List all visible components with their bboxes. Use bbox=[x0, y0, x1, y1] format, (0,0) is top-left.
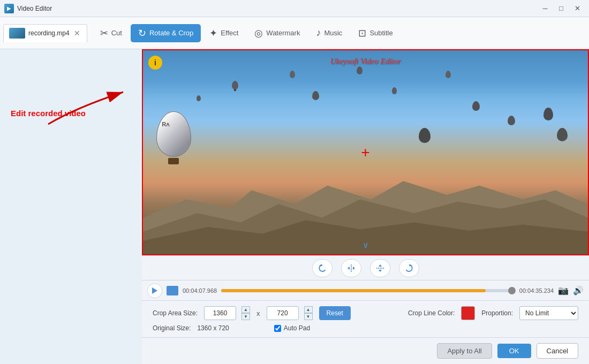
window-controls: ─ □ ✕ bbox=[538, 3, 585, 14]
rotate-left-button[interactable] bbox=[312, 259, 333, 277]
height-up-button[interactable]: ▲ bbox=[304, 306, 313, 313]
balloon-2 bbox=[290, 71, 295, 78]
tab-subtitle-label: Subtitle bbox=[369, 29, 392, 37]
video-watermark: Ukeysoft Video Editor bbox=[330, 57, 401, 66]
action-row: Apply to All OK Cancel bbox=[142, 337, 589, 364]
svg-marker-6 bbox=[348, 267, 350, 270]
tab-watermark-label: Watermark bbox=[266, 29, 300, 37]
tab-cut[interactable]: ✂ Cut bbox=[93, 24, 130, 42]
timeline-thumb[interactable] bbox=[508, 287, 516, 294]
tab-watermark[interactable]: ◎ Watermark bbox=[247, 24, 307, 42]
crop-size-row: Crop Area Size: ▲ ▼ x ▲ ▼ Reset Crop Lin… bbox=[153, 306, 578, 320]
crop-area-size-label: Crop Area Size: bbox=[153, 309, 198, 317]
crop-height-input[interactable] bbox=[267, 306, 299, 320]
crosshair-cursor: + bbox=[361, 144, 369, 161]
file-tab-close-button[interactable]: ✕ bbox=[73, 29, 81, 37]
flip-vertical-button[interactable] bbox=[370, 259, 390, 277]
annotation-text: Edit recorded video bbox=[11, 108, 86, 119]
music-icon: ♪ bbox=[316, 27, 321, 39]
auto-pad-checkbox[interactable] bbox=[274, 325, 281, 332]
main-area: Edit recorded video Ukeysoft Video Edito… bbox=[0, 49, 589, 364]
bottom-panel: Crop Area Size: ▲ ▼ x ▲ ▼ Reset Crop Lin… bbox=[142, 300, 589, 337]
svg-marker-12 bbox=[152, 287, 157, 294]
stop-button[interactable] bbox=[167, 286, 178, 295]
window-title: Video Editor bbox=[17, 5, 538, 12]
tab-effect-label: Effect bbox=[221, 29, 238, 37]
height-spinner: ▲ ▼ bbox=[304, 306, 313, 320]
crop-chevron-icon[interactable]: ∨ bbox=[363, 240, 369, 250]
reset-button[interactable]: Reset bbox=[319, 306, 351, 320]
volume-button[interactable]: 🔊 bbox=[573, 285, 584, 295]
video-info-icon[interactable]: i bbox=[148, 56, 162, 70]
auto-pad-label: Auto Pad bbox=[284, 324, 310, 332]
size-separator: x bbox=[256, 309, 260, 317]
width-down-button[interactable]: ▼ bbox=[241, 313, 250, 320]
svg-marker-10 bbox=[379, 270, 382, 272]
playback-bar: 00:04:07.968 00:04:35.234 📷 🔊 bbox=[142, 280, 589, 300]
proportion-select[interactable]: No Limit 16:9 4:3 1:1 9:16 bbox=[519, 306, 578, 320]
total-time-display: 00:04:35.234 bbox=[519, 287, 554, 294]
crop-line-color-swatch[interactable] bbox=[461, 306, 475, 320]
width-up-button[interactable]: ▲ bbox=[241, 306, 250, 313]
balloon-large: Rʌ bbox=[156, 111, 191, 164]
tab-subtitle[interactable]: ⊡ Subtitle bbox=[351, 24, 400, 42]
close-button[interactable]: ✕ bbox=[570, 3, 585, 14]
width-spinner: ▲ ▼ bbox=[241, 306, 250, 320]
flip-horizontal-icon bbox=[346, 263, 356, 273]
tab-cut-label: Cut bbox=[111, 29, 122, 37]
balloon-8 bbox=[472, 101, 480, 111]
video-section: Ukeysoft Video Editor i Rʌ bbox=[142, 49, 589, 364]
tab-rotate-label: Rotate & Crop bbox=[149, 29, 193, 37]
balloon-6 bbox=[312, 91, 319, 100]
cut-icon: ✂ bbox=[100, 27, 108, 39]
apply-to-all-button[interactable]: Apply to All bbox=[437, 343, 492, 359]
app-icon: ▶ bbox=[4, 4, 14, 13]
left-panel: Edit recorded video bbox=[0, 49, 142, 364]
auto-pad-checkbox-area: Auto Pad bbox=[274, 324, 310, 332]
balloon-1 bbox=[232, 81, 238, 91]
tab-music-label: Music bbox=[324, 29, 342, 37]
minimize-button[interactable]: ─ bbox=[538, 3, 553, 14]
video-background: Ukeysoft Video Editor i Rʌ bbox=[143, 50, 588, 254]
balloon-10 bbox=[508, 116, 515, 125]
file-tab-name: recording.mp4 bbox=[28, 29, 70, 37]
file-tab[interactable]: recording.mp4 ✕ bbox=[3, 24, 87, 42]
crop-line-color-label: Crop Line Color: bbox=[408, 309, 455, 317]
tab-rotate-crop[interactable]: ↻ Rotate & Crop bbox=[131, 24, 201, 42]
video-controls-bar bbox=[142, 255, 589, 280]
tab-effect[interactable]: ✦ Effect bbox=[202, 24, 246, 42]
tab-music[interactable]: ♪ Music bbox=[308, 24, 350, 42]
balloon-11 bbox=[419, 128, 431, 143]
timeline-track[interactable] bbox=[221, 289, 515, 292]
balloon-4 bbox=[445, 71, 451, 78]
rotate-right-icon bbox=[404, 263, 414, 273]
screenshot-button[interactable]: 📷 bbox=[558, 285, 569, 295]
proportion-label: Proportion: bbox=[481, 309, 513, 317]
rotate-right-button[interactable] bbox=[399, 259, 419, 277]
flip-horizontal-button[interactable] bbox=[341, 259, 361, 277]
cancel-button[interactable]: Cancel bbox=[537, 343, 578, 359]
rotate-icon: ↻ bbox=[138, 27, 146, 39]
svg-marker-7 bbox=[353, 267, 355, 270]
play-icon bbox=[152, 287, 157, 294]
play-button[interactable] bbox=[147, 283, 162, 298]
balloon-3 bbox=[357, 66, 363, 74]
flip-vertical-icon bbox=[375, 263, 385, 273]
original-size-label: Original Size: bbox=[153, 324, 191, 332]
video-container: Ukeysoft Video Editor i Rʌ bbox=[142, 49, 589, 255]
ok-button[interactable]: OK bbox=[497, 344, 531, 358]
balloon-12 bbox=[557, 128, 568, 141]
file-tab-thumbnail bbox=[9, 28, 25, 39]
current-time-display: 00:04:07.968 bbox=[183, 287, 217, 294]
timeline-fill bbox=[221, 289, 486, 292]
balloon-9 bbox=[543, 108, 553, 120]
crop-width-input[interactable] bbox=[204, 306, 236, 320]
effect-icon: ✦ bbox=[209, 27, 217, 39]
restore-button[interactable]: □ bbox=[554, 3, 569, 14]
original-size-row: Original Size: 1360 x 720 Auto Pad bbox=[153, 324, 578, 332]
nav-tabs: ✂ Cut ↻ Rotate & Crop ✦ Effect ◎ Waterma… bbox=[93, 24, 586, 42]
balloon-5 bbox=[197, 95, 201, 101]
svg-marker-9 bbox=[379, 264, 382, 267]
height-down-button[interactable]: ▼ bbox=[304, 313, 313, 320]
rotate-left-icon bbox=[318, 263, 327, 273]
